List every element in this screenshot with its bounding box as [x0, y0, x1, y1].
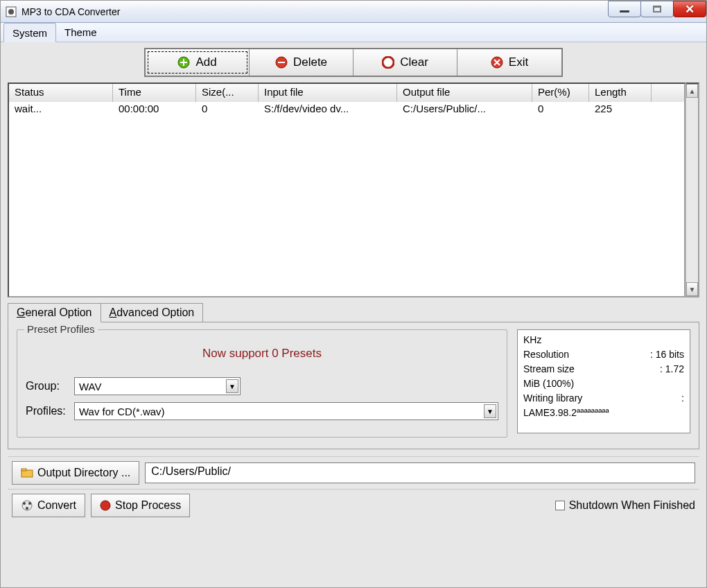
- cell-output: C:/Users/Public/...: [397, 102, 532, 117]
- tab-panel-general: Preset Profiles Now support 0 Presets Gr…: [8, 322, 699, 449]
- scroll-up-icon[interactable]: ▲: [686, 84, 698, 98]
- window-title: MP3 to CDA Converter: [21, 6, 120, 17]
- app-icon: [5, 6, 17, 18]
- group-label: Group:: [26, 380, 74, 392]
- media-info-box: KHz Resolution: 16 bits Stream size: 1.7…: [517, 329, 690, 433]
- grid-container: Status Time Size(... Input file Output f…: [8, 83, 699, 297]
- cell-size: 0: [196, 102, 259, 117]
- cell-per: 0: [532, 102, 589, 117]
- info-k3: MiB (100%): [523, 377, 684, 391]
- grid-body: wait... 00:00:00 0 S:/f/dev/video dv... …: [9, 102, 684, 296]
- menu-theme[interactable]: Theme: [56, 23, 105, 42]
- chevron-down-icon: ▼: [484, 404, 496, 418]
- minimize-button[interactable]: [608, 1, 641, 17]
- shutdown-checkbox[interactable]: Shutdown When Finished: [555, 499, 695, 512]
- convert-label: Convert: [37, 499, 76, 512]
- convert-icon: [21, 499, 33, 512]
- info-v1: : 16 bits: [650, 347, 684, 362]
- checkbox-icon: [555, 501, 565, 510]
- info-v2: : 1.72: [660, 362, 684, 377]
- scroll-down-icon[interactable]: ▼: [686, 282, 698, 296]
- add-label: Add: [195, 55, 216, 69]
- stop-icon: [100, 500, 111, 511]
- delete-label: Delete: [293, 55, 327, 69]
- chevron-down-icon: ▼: [226, 379, 238, 393]
- menu-system[interactable]: System: [3, 23, 56, 42]
- col-size[interactable]: Size(...: [196, 84, 259, 102]
- action-row: Convert Stop Process Shutdown When Finis…: [8, 489, 699, 521]
- info-k0: KHz: [523, 333, 684, 347]
- profiles-combo[interactable]: Wav for CD(*.wav) ▼: [74, 402, 498, 420]
- stop-button[interactable]: Stop Process: [91, 494, 190, 517]
- stop-label: Stop Process: [115, 499, 181, 512]
- cell-input: S:/f/dev/video dv...: [259, 102, 397, 117]
- info-k4: Writing library: [523, 391, 681, 406]
- exit-label: Exit: [509, 55, 528, 69]
- col-per[interactable]: Per(%): [532, 84, 589, 102]
- close-button[interactable]: ✕: [673, 1, 706, 17]
- svg-point-15: [101, 501, 110, 510]
- svg-point-7: [383, 57, 394, 68]
- col-length[interactable]: Length: [589, 84, 652, 102]
- cell-time: 00:00:00: [113, 102, 196, 117]
- maximize-icon: [653, 6, 661, 12]
- group-combo[interactable]: WAV ▼: [74, 377, 241, 395]
- plus-icon: [177, 56, 190, 69]
- shutdown-label: Shutdown When Finished: [569, 499, 695, 512]
- folder-icon: [21, 467, 33, 478]
- info-k2: Stream size: [523, 362, 660, 377]
- minus-icon: [275, 56, 288, 69]
- exit-button[interactable]: Exit: [457, 49, 561, 76]
- content-area: Add Delete Clear Exit Sta: [1, 42, 706, 587]
- col-input[interactable]: Input file: [259, 84, 397, 102]
- profiles-value: Wav for CD(*.wav): [79, 406, 165, 417]
- file-grid[interactable]: Status Time Size(... Input file Output f…: [8, 83, 686, 297]
- delete-button[interactable]: Delete: [250, 49, 354, 76]
- convert-button[interactable]: Convert: [12, 494, 85, 517]
- maximize-button[interactable]: [640, 1, 674, 17]
- svg-rect-10: [21, 469, 26, 471]
- group-value: WAV: [79, 381, 102, 392]
- menubar: System Theme: [1, 23, 706, 42]
- svg-point-13: [28, 502, 31, 505]
- info-k1: Resolution: [523, 347, 650, 362]
- col-output[interactable]: Output file: [397, 84, 532, 102]
- tab-general[interactable]: General Option: [8, 303, 101, 322]
- grid-scrollbar[interactable]: ▲ ▼: [686, 83, 699, 297]
- svg-point-12: [23, 502, 26, 505]
- titlebar: MP3 to CDA Converter ✕: [1, 1, 706, 23]
- preset-profiles-group: Preset Profiles Now support 0 Presets Gr…: [17, 329, 507, 438]
- tab-advanced-label: dvanced Option: [116, 306, 194, 318]
- svg-point-14: [26, 507, 28, 510]
- cell-status: wait...: [9, 102, 113, 117]
- clear-button[interactable]: Clear: [354, 49, 457, 76]
- close-icon: ✕: [685, 3, 695, 15]
- app-window: MP3 to CDA Converter ✕ System Theme Add …: [0, 0, 707, 588]
- preset-message: Now support 0 Presets: [26, 347, 498, 361]
- toolbar-group: Add Delete Clear Exit: [144, 48, 563, 77]
- output-row: Output Directory ... C:/Users/Public/: [8, 456, 699, 489]
- exit-icon: [491, 56, 503, 69]
- clear-label: Clear: [400, 55, 428, 69]
- table-row[interactable]: wait... 00:00:00 0 S:/f/dev/video dv... …: [9, 102, 684, 117]
- info-v4: :: [681, 391, 684, 406]
- preset-legend: Preset Profiles: [24, 323, 98, 335]
- svg-point-1: [8, 9, 14, 15]
- tab-advanced[interactable]: Advanced Option: [101, 303, 204, 322]
- profiles-label: Profiles:: [26, 405, 74, 417]
- grid-header: Status Time Size(... Input file Output f…: [9, 84, 684, 102]
- svg-rect-4: [180, 62, 187, 63]
- col-time[interactable]: Time: [113, 84, 196, 102]
- col-status[interactable]: Status: [9, 84, 113, 102]
- minimize-icon: [620, 10, 629, 12]
- output-dir-label: Output Directory ...: [37, 467, 130, 479]
- add-button[interactable]: Add: [146, 49, 250, 76]
- window-controls: ✕: [609, 1, 706, 17]
- options-tabs: General Option Advanced Option: [8, 303, 699, 322]
- svg-rect-6: [278, 62, 285, 63]
- output-directory-button[interactable]: Output Directory ...: [12, 461, 139, 485]
- toolbar: Add Delete Clear Exit: [8, 48, 699, 77]
- cell-length: 225: [589, 102, 652, 117]
- clear-icon: [382, 56, 394, 69]
- output-path-field[interactable]: C:/Users/Public/: [145, 462, 695, 483]
